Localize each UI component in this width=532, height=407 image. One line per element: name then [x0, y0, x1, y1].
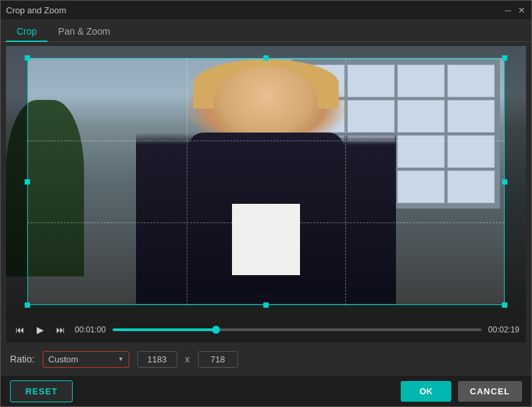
play-button[interactable]: ▶	[34, 323, 47, 336]
ratio-bar: Ratio: Custom 16:9 4:3 1:1 9:16 x	[1, 342, 531, 376]
crop-handle-mid-right[interactable]	[502, 179, 507, 185]
crop-mask-right	[505, 58, 526, 305]
width-input[interactable]	[137, 351, 177, 368]
seek-bar[interactable]	[113, 328, 482, 331]
total-time: 00:02:19	[488, 325, 519, 334]
bottom-bar: RESET OK CANCEL	[1, 376, 531, 406]
crop-handle-top-left[interactable]	[25, 55, 30, 61]
playback-controls: ⏮ ▶ ⏭ 00:01:00 00:02:19	[6, 317, 526, 342]
ratio-label: Ratio:	[10, 354, 35, 364]
crop-grid-v2	[345, 58, 346, 305]
crop-grid-h1	[27, 141, 505, 141]
ratio-select[interactable]: Custom 16:9 4:3 1:1 9:16	[43, 351, 129, 368]
ok-button[interactable]: OK	[401, 381, 451, 402]
title-bar: Crop and Zoom ─ ✕	[1, 1, 531, 19]
crop-handle-bottom-left[interactable]	[25, 302, 30, 308]
close-button[interactable]: ✕	[517, 5, 526, 15]
tab-pan-zoom[interactable]: Pan & Zoom	[47, 22, 121, 42]
cancel-button[interactable]: CANCEL	[458, 381, 522, 402]
tab-bar: Crop Pan & Zoom	[1, 19, 531, 42]
crop-grid-h2	[27, 222, 505, 223]
video-preview-area	[6, 46, 526, 317]
right-buttons: OK CANCEL	[401, 381, 522, 402]
crop-handle-bottom-right[interactable]	[502, 302, 507, 308]
crop-handle-top-right[interactable]	[502, 55, 507, 61]
ratio-select-wrapper: Custom 16:9 4:3 1:1 9:16	[43, 351, 129, 368]
crop-handle-mid-left[interactable]	[25, 179, 30, 185]
crop-and-zoom-window: Crop and Zoom ─ ✕ Crop Pan & Zoom	[0, 0, 532, 407]
crop-grid-v1	[187, 58, 187, 305]
tab-crop[interactable]: Crop	[6, 22, 47, 42]
height-input[interactable]	[198, 351, 238, 368]
dimension-separator: x	[185, 354, 190, 364]
window-title: Crop and Zoom	[6, 5, 66, 15]
rewind-button[interactable]: ⏮	[13, 323, 27, 336]
current-time: 00:01:00	[75, 325, 106, 334]
minimize-button[interactable]: ─	[503, 5, 513, 15]
crop-handle-mid-top[interactable]	[263, 55, 269, 61]
crop-handle-mid-bottom[interactable]	[263, 302, 269, 308]
seek-fill	[113, 328, 216, 331]
video-frame	[6, 46, 526, 317]
window-controls: ─ ✕	[503, 5, 526, 15]
crop-overlay[interactable]	[6, 46, 526, 317]
reset-button[interactable]: RESET	[10, 380, 73, 402]
crop-border[interactable]	[27, 58, 505, 305]
seek-thumb[interactable]	[212, 326, 220, 334]
forward-button[interactable]: ⏭	[53, 323, 68, 336]
